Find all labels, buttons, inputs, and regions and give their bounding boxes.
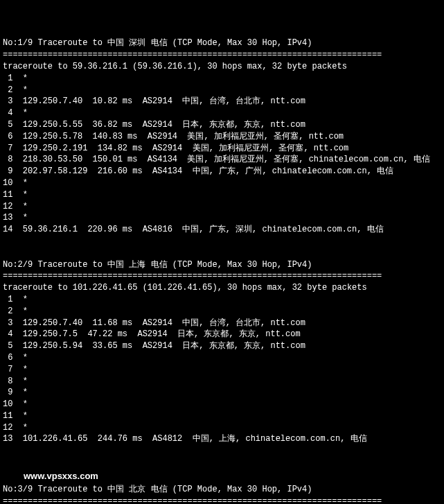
hop-line: 2 * — [3, 85, 441, 96]
blank-line — [3, 236, 441, 247]
hop-line: 1 * — [3, 73, 441, 85]
hop-line: 6 129.250.5.78 140.83 ms AS2914 美国, 加利福尼… — [3, 131, 441, 143]
hop-line: 13 * — [3, 212, 441, 224]
hop-line: 12 * — [3, 201, 441, 213]
hop-line: 9 * — [3, 387, 441, 399]
blank-line — [3, 247, 441, 259]
hop-line: 7 129.250.2.191 134.82 ms AS2914 美国, 加利福… — [3, 143, 441, 155]
trace-subtitle: traceroute to 59.36.216.1 (59.36.216.1),… — [3, 61, 441, 73]
hop-line: 9 202.97.58.129 216.60 ms AS4134 中国, 广东,… — [3, 166, 441, 177]
hop-line: 12 * — [3, 422, 441, 434]
hop-line: 5 129.250.5.94 33.65 ms AS2914 日本, 东京都, … — [3, 340, 441, 352]
hop-line: 7 * — [3, 364, 441, 376]
separator: ========================================… — [3, 496, 441, 504]
hop-line: 1 * — [3, 294, 441, 306]
separator: ========================================… — [3, 270, 441, 282]
hop-line: 8 218.30.53.50 150.01 ms AS4134 美国, 加利福尼… — [3, 154, 441, 166]
hop-line: 8 * — [3, 376, 441, 388]
hop-line: 6 * — [3, 352, 441, 364]
hop-line: 3 129.250.7.40 11.68 ms AS2914 中国, 台湾, 台… — [3, 318, 441, 329]
trace-title: No:2/9 Traceroute to 中国 上海 电信 (TCP Mode,… — [3, 259, 441, 271]
watermark: www.vpsxxs.com — [3, 469, 441, 484]
hop-line: 3 129.250.7.40 10.82 ms AS2914 中国, 台湾, 台… — [3, 96, 441, 107]
hop-line: 11 * — [3, 410, 441, 422]
separator: ========================================… — [3, 49, 441, 61]
hop-line: 2 * — [3, 306, 441, 318]
trace-title: No:3/9 Traceroute to 中国 北京 电信 (TCP Mode,… — [3, 484, 441, 496]
hop-line: 11 * — [3, 189, 441, 201]
hop-line: 4 129.250.7.5 47.22 ms AS2914 日本, 东京都, 东… — [3, 329, 441, 340]
hop-line: 14 59.36.216.1 220.96 ms AS4816 中国, 广东, … — [3, 224, 441, 236]
trace-title: No:1/9 Traceroute to 中国 深圳 电信 (TCP Mode,… — [3, 37, 441, 49]
blank-line — [3, 445, 441, 457]
hop-line: 10 * — [3, 177, 441, 189]
hop-line: 4 * — [3, 107, 441, 119]
hop-line: 13 101.226.41.65 244.76 ms AS4812 中国, 上海… — [3, 433, 441, 445]
blank-line — [3, 457, 441, 469]
hop-line: 10 * — [3, 399, 441, 410]
terminal-output: No:1/9 Traceroute to 中国 深圳 电信 (TCP Mode,… — [3, 37, 441, 504]
trace-subtitle: traceroute to 101.226.41.65 (101.226.41.… — [3, 282, 441, 294]
hop-line: 5 129.250.5.55 36.82 ms AS2914 日本, 东京都, … — [3, 119, 441, 131]
